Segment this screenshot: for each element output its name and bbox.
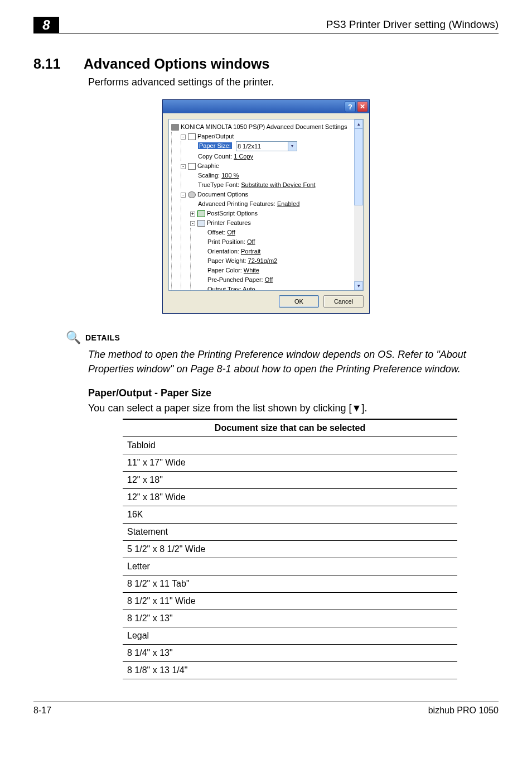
postscript-icon <box>197 210 205 217</box>
expand-toggle[interactable]: + <box>190 212 195 217</box>
footer-product: bizhub PRO 1050 <box>428 706 499 716</box>
adv-print-value[interactable]: Enabled <box>277 200 299 207</box>
collapse-toggle[interactable]: - <box>181 164 186 169</box>
section-heading: 8.11Advanced Options windows <box>33 56 499 72</box>
feature-label: Paper Color: <box>207 267 242 274</box>
table-row: 8 1/2" x 11" Wide <box>123 593 457 610</box>
help-button[interactable]: ? <box>345 101 356 112</box>
table-row: 8 1/2" x 13" <box>123 610 457 627</box>
size-cell: 11" x 17" Wide <box>123 454 457 472</box>
size-cell: 8 1/4" x 13" <box>123 645 457 662</box>
table-row: Statement <box>123 524 457 541</box>
copy-count-value[interactable]: 1 Copy <box>234 153 253 160</box>
feature-value[interactable]: 72-91g/m2 <box>248 257 278 264</box>
paper-size-value: 8 1/2x11 <box>238 143 261 150</box>
graphic-node[interactable]: Graphic <box>197 162 219 169</box>
size-cell: 12" x 18" Wide <box>123 489 457 506</box>
details-text: The method to open the Printing Preferen… <box>88 347 499 376</box>
table-row: 8 1/4" x 13" <box>123 645 457 662</box>
collapse-toggle[interactable]: - <box>181 193 186 198</box>
paper-size-label[interactable]: Paper Size: <box>198 142 232 149</box>
footer-page-number: 8-17 <box>33 706 51 716</box>
printer-feature-item[interactable]: Output Tray: Auto <box>200 285 363 291</box>
scaling-label[interactable]: Scaling: <box>198 172 220 179</box>
table-row: 8 1/8" x 13 1/4" <box>123 662 457 679</box>
table-row: 16K <box>123 506 457 524</box>
size-cell: 8 1/8" x 13 1/4" <box>123 662 457 679</box>
printer-feature-item[interactable]: Paper Color: White <box>200 266 363 275</box>
scroll-thumb[interactable] <box>354 128 363 205</box>
size-cell: 12" x 18" <box>123 472 457 489</box>
section-title-text: Advanced Options windows <box>84 56 269 71</box>
truetype-label[interactable]: TrueType Font: <box>198 181 239 188</box>
feature-label: Offset: <box>207 229 225 236</box>
feature-value[interactable]: Auto <box>243 286 255 291</box>
scroll-up-button[interactable]: ▴ <box>354 119 363 128</box>
table-row: 12" x 18" <box>123 472 457 489</box>
tree-root-label: KONICA MINOLTA 1050 PS(P) Advanced Docum… <box>181 123 347 130</box>
copy-count-label[interactable]: Copy Count: <box>198 153 232 160</box>
cancel-button[interactable]: Cancel <box>323 295 364 308</box>
size-cell: 5 1/2" x 8 1/2" Wide <box>123 541 457 558</box>
feature-value[interactable]: White <box>244 267 259 274</box>
feature-label: Orientation: <box>207 248 239 255</box>
feature-value[interactable]: Portrait <box>241 248 260 255</box>
size-cell: 16K <box>123 506 457 524</box>
printer-feature-item[interactable]: Orientation: Portrait <box>200 247 363 256</box>
table-header: Document size that can be selected <box>123 419 457 437</box>
scroll-down-button[interactable]: ▾ <box>354 281 363 290</box>
close-button[interactable]: ✕ <box>357 101 368 112</box>
feature-label: Paper Weight: <box>207 257 246 264</box>
truetype-value[interactable]: Substitute with Device Font <box>241 181 315 188</box>
document-options-node[interactable]: Document Options <box>197 191 248 198</box>
collapse-toggle[interactable]: - <box>181 135 186 140</box>
page-footer: 8-17 bizhub PRO 1050 <box>33 702 499 716</box>
table-row: 11" x 17" Wide <box>123 454 457 472</box>
collapse-toggle[interactable]: - <box>190 221 195 226</box>
document-size-table: Document size that can be selected Tablo… <box>123 419 457 679</box>
printer-features-icon <box>197 220 205 227</box>
size-cell: Letter <box>123 558 457 575</box>
scaling-value[interactable]: 100 % <box>221 172 239 179</box>
settings-tree: KONICA MINOLTA 1050 PS(P) Advanced Docum… <box>168 119 364 291</box>
ok-button[interactable]: OK <box>279 295 319 308</box>
adv-print-label[interactable]: Advanced Printing Features: <box>198 200 275 207</box>
dialog-titlebar: ? ✕ <box>163 100 369 113</box>
printer-feature-item[interactable]: Print Position: Off <box>200 237 363 246</box>
graphic-icon <box>188 163 196 170</box>
table-row: 8 1/2" x 11 Tab" <box>123 575 457 593</box>
table-row: 5 1/2" x 8 1/2" Wide <box>123 541 457 558</box>
scrollbar[interactable]: ▴ ▾ <box>354 119 363 290</box>
size-cell: 8 1/2" x 13" <box>123 610 457 627</box>
section-number: 8.11 <box>33 56 84 72</box>
postscript-node[interactable]: PostScript Options <box>207 210 258 217</box>
details-heading: DETAILS <box>85 333 120 342</box>
printer-features-node[interactable]: Printer Features <box>207 219 251 226</box>
magnifier-icon: 🔍 <box>66 330 81 345</box>
feature-label: Pre-Punched Paper: <box>207 276 263 283</box>
running-header: PS3 Printer Driver setting (Windows) <box>326 18 499 31</box>
paper-output-node[interactable]: Paper/Output <box>197 133 234 140</box>
feature-label: Output Tray: <box>207 286 241 291</box>
paper-size-subheading: Paper/Output - Paper Size <box>88 387 499 399</box>
printer-feature-item[interactable]: Pre-Punched Paper: Off <box>200 275 363 284</box>
advanced-options-dialog: ? ✕ KONICA MINOLTA 1050 PS(P) Advanced D… <box>162 99 370 314</box>
gear-icon <box>188 191 196 198</box>
table-row: 12" x 18" Wide <box>123 489 457 506</box>
size-cell: Tabloid <box>123 437 457 454</box>
printer-feature-item[interactable]: Offset: Off <box>200 228 363 237</box>
chapter-number-tab: 8 <box>33 17 59 33</box>
chevron-down-icon[interactable]: ▾ <box>288 142 297 151</box>
feature-value[interactable]: Off <box>265 276 273 283</box>
size-cell: 8 1/2" x 11" Wide <box>123 593 457 610</box>
section-intro: Performs advanced settings of the printe… <box>88 76 499 88</box>
details-callout: 🔍 DETAILS The method to open the Printin… <box>88 330 499 376</box>
feature-value[interactable]: Off <box>227 229 235 236</box>
paper-size-combo[interactable]: 8 1/2x11▾ <box>236 141 297 151</box>
size-cell: 8 1/2" x 11 Tab" <box>123 575 457 593</box>
printer-feature-item[interactable]: Paper Weight: 72-91g/m2 <box>200 256 363 265</box>
feature-value[interactable]: Off <box>247 238 255 245</box>
paper-size-lead: You can select a paper size from the lis… <box>88 402 499 414</box>
table-row: Legal <box>123 627 457 645</box>
feature-label: Print Position: <box>207 238 245 245</box>
